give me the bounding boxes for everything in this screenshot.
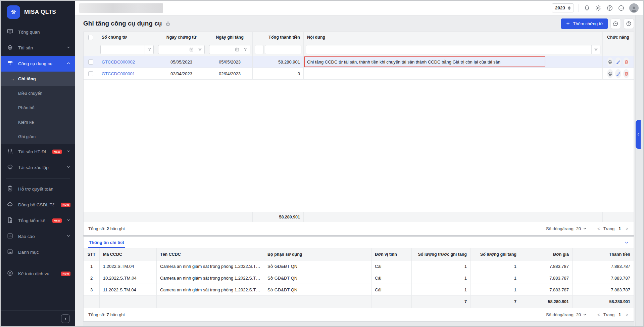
- detail-table-totals: 7 7 58.280.901 58.280.901: [84, 296, 634, 308]
- notification-bell-icon[interactable]: [584, 5, 590, 11]
- sidebar-item-ho-tro-quyet-toan[interactable]: Hỗ trợ quyết toán: [1, 181, 75, 197]
- sidebar-subitem-kiem-ke[interactable]: Kiểm kê: [1, 115, 75, 129]
- help-icon[interactable]: [606, 5, 613, 11]
- next-page-button[interactable]: >: [625, 226, 629, 231]
- add-voucher-button[interactable]: Thêm chứng từ: [561, 18, 608, 29]
- column-header-amount[interactable]: Thành tiền: [573, 248, 634, 260]
- sidebar-item-label: Danh mục: [18, 250, 70, 255]
- more-options-icon[interactable]: [618, 5, 625, 11]
- filter-funnel-icon[interactable]: [196, 45, 204, 54]
- table-row[interactable]: GTCCDC000001 02/04/2023 02/04/2023 0: [84, 68, 634, 80]
- voucher-table-totals: 58.280.901: [84, 212, 634, 222]
- edit-button[interactable]: [615, 57, 621, 66]
- rows-per-page-select[interactable]: 20: [576, 312, 587, 317]
- column-header-qty[interactable]: Số lượng ghi tăng: [470, 248, 520, 260]
- column-header-doc-date[interactable]: Ngày chứng từ: [156, 32, 207, 43]
- detail-row[interactable]: 1 1.2022.S.TM.04 Camera an ninh giám sát…: [84, 260, 634, 272]
- sidebar-item-tai-san-xac-lap[interactable]: Tài sản xác lập: [1, 160, 75, 175]
- column-header-total-amount[interactable]: Tổng thành tiền: [253, 32, 304, 43]
- sidebar-item-label: Tài sản HT-ĐB: [18, 149, 46, 154]
- sidebar-subitem-ghi-giam[interactable]: Ghi giảm: [1, 129, 75, 144]
- sidebar-subitem-dieu-chuyen[interactable]: Điều chuyển: [1, 86, 75, 100]
- new-badge: NEW: [52, 218, 62, 223]
- column-header-increase-date[interactable]: Ngày ghi tăng: [207, 32, 253, 43]
- column-header-unit[interactable]: Đơn vị tính: [371, 248, 412, 260]
- help-circle-button[interactable]: [624, 18, 634, 29]
- user-avatar[interactable]: [629, 3, 639, 13]
- price-value: 7.883.787: [520, 284, 573, 295]
- settings-gear-icon[interactable]: [595, 5, 602, 11]
- sidebar-divider: [6, 263, 70, 263]
- feedback-chat-button[interactable]: [610, 18, 621, 29]
- collapse-panel-chevron-icon[interactable]: [624, 240, 629, 245]
- rows-per-page-label: Số dòng/trang: [546, 226, 574, 231]
- lock-open-icon[interactable]: [165, 21, 171, 27]
- sidebar-submenu: → Ghi tăng Điều chuyển Phân bổ Kiểm kê G…: [1, 72, 75, 144]
- column-header-stt[interactable]: STT: [84, 248, 100, 260]
- fiscal-year-select[interactable]: 2023: [552, 3, 574, 12]
- column-header-description[interactable]: Nội dung: [304, 32, 603, 43]
- filter-funnel-icon[interactable]: [591, 45, 600, 54]
- new-badge: NEW: [61, 272, 70, 276]
- sidebar-item-tai-san[interactable]: Tài sản: [1, 40, 75, 56]
- sidebar-subitem-phan-bo[interactable]: Phân bổ: [1, 100, 75, 115]
- filter-amount-input[interactable]: [265, 45, 301, 54]
- total-amount: 58.280.901: [573, 296, 634, 308]
- doc-no-link[interactable]: GTCCDC000002: [102, 59, 135, 65]
- delete-button[interactable]: [623, 69, 629, 78]
- sidebar-collapse-button[interactable]: [61, 314, 70, 323]
- total-qty: 7: [470, 296, 520, 308]
- column-header-doc-no[interactable]: Số chứng từ: [98, 32, 156, 43]
- filter-funnel-icon[interactable]: [241, 45, 250, 54]
- sidebar-item-cong-cu-dung-cu[interactable]: Công cụ dụng cụ: [1, 56, 75, 72]
- filter-doc-date-input[interactable]: [158, 45, 187, 54]
- row-checkbox[interactable]: [88, 59, 93, 65]
- prev-page-button[interactable]: <: [597, 226, 601, 231]
- column-header-qty-before[interactable]: Số lượng trước ghi tăng: [412, 248, 470, 260]
- filter-funnel-icon[interactable]: [145, 45, 153, 54]
- print-button[interactable]: [607, 69, 613, 78]
- sidebar-item-bao-cao[interactable]: Báo cáo: [1, 229, 75, 244]
- filter-doc-no-input[interactable]: [101, 45, 145, 54]
- stt-value: 1: [84, 260, 100, 272]
- sidebar-item-tai-san-ht-db[interactable]: Tài sản HT-ĐB NEW: [1, 144, 75, 160]
- select-all-checkbox[interactable]: [88, 35, 93, 40]
- column-header-code[interactable]: Mã CCDC: [100, 248, 157, 260]
- prev-page-button[interactable]: <: [597, 312, 601, 317]
- table-row[interactable]: GTCCDC000002 05/05/2023 05/05/2023 58.28…: [84, 56, 634, 68]
- sidebar-subitem-label: Ghi tăng: [18, 76, 36, 81]
- print-button[interactable]: [607, 57, 613, 66]
- sidebar-subitem-ghi-tang[interactable]: → Ghi tăng: [1, 72, 75, 86]
- total-price: 58.280.901: [520, 296, 573, 308]
- plus-icon: [566, 22, 570, 26]
- edit-button[interactable]: [615, 69, 621, 78]
- rows-per-page-select[interactable]: 20: [576, 226, 587, 231]
- sidebar-item-tong-quan[interactable]: Tổng quan: [1, 24, 75, 40]
- table-empty-area: [84, 80, 634, 212]
- app-logo[interactable]: MISA QLTS: [1, 1, 75, 24]
- unit-value: Cái: [371, 272, 412, 284]
- sidebar-item-dong-bo-csdl-tsc[interactable]: Đồng bộ CSDL TSC NEW: [1, 197, 75, 213]
- detail-row[interactable]: 3 11.2022.S.TM.04 Camera an ninh giám sá…: [84, 284, 634, 296]
- next-page-button[interactable]: >: [625, 312, 629, 317]
- tab-thong-tin-chi-tiet[interactable]: Thông tin chi tiết: [88, 237, 125, 248]
- sidebar-item-ke-toan-dich-vu[interactable]: Kế toán dịch vụ NEW: [1, 266, 75, 282]
- year-spinner-icon[interactable]: [568, 6, 571, 10]
- sidebar-item-danh-muc[interactable]: Danh mục: [1, 244, 75, 260]
- delete-button[interactable]: [623, 57, 629, 66]
- doc-no-link[interactable]: GTCCDC000001: [102, 71, 135, 76]
- column-header-name[interactable]: Tên CCDC: [157, 248, 264, 260]
- column-header-price[interactable]: Đơn giá: [520, 248, 573, 260]
- filter-equals-operator[interactable]: =: [255, 45, 263, 54]
- chevron-down-icon: [66, 165, 70, 170]
- row-checkbox[interactable]: [88, 71, 93, 76]
- detail-row[interactable]: 2 10.2022.S.TM.04 Camera an ninh giám sá…: [84, 272, 634, 284]
- calendar-icon[interactable]: [187, 45, 196, 54]
- calendar-icon[interactable]: [233, 45, 241, 54]
- filter-description-input[interactable]: [306, 45, 591, 54]
- sidebar-item-tong-kiem-ke[interactable]: Tổng kiểm kê NEW: [1, 213, 75, 229]
- filter-increase-date-input[interactable]: [209, 45, 233, 54]
- detail-tabs: Thông tin chi tiết: [84, 237, 634, 248]
- column-header-dept[interactable]: Bộ phận sử dụng: [264, 248, 371, 260]
- side-panel-toggle[interactable]: [636, 120, 641, 149]
